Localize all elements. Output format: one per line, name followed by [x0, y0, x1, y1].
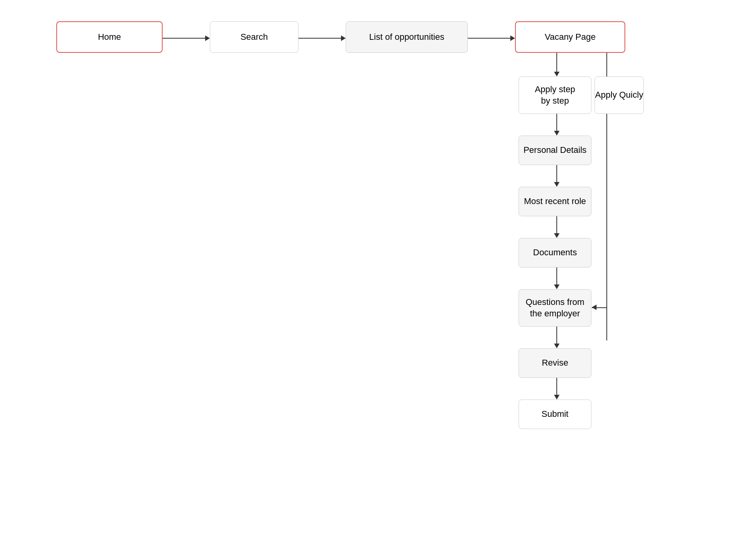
search-node: Search — [210, 21, 298, 53]
apply-step-by-step-node: Apply stepby step — [519, 76, 591, 114]
arrow-apply-step-personal — [554, 114, 560, 136]
arrow-documents-questions — [554, 268, 560, 289]
arrow-vacancy-right-v — [606, 53, 607, 76]
apply-quickly-arrow-head — [592, 305, 597, 310]
arrow-personal-recent — [554, 165, 560, 187]
revise-label: Revise — [542, 357, 568, 369]
most-recent-role-node: Most recent role — [519, 187, 591, 216]
submit-node: Submit — [519, 399, 591, 429]
arrow-vacancy-apply-step — [554, 53, 560, 76]
personal-details-node: Personal Details — [519, 136, 591, 165]
questions-employer-node: Questions fromthe employer — [519, 289, 591, 327]
apply-step-by-step-label: Apply stepby step — [535, 84, 575, 106]
list-of-opportunities-label: List of opportunities — [369, 32, 445, 43]
documents-label: Documents — [533, 247, 577, 258]
apply-quickly-node: Apply Quicly — [595, 76, 644, 114]
questions-employer-label: Questions fromthe employer — [526, 297, 584, 319]
arrow-home-search — [163, 35, 210, 41]
home-node: Home — [56, 21, 163, 53]
search-label: Search — [241, 32, 268, 43]
most-recent-role-label: Most recent role — [524, 196, 586, 207]
personal-details-label: Personal Details — [523, 145, 586, 156]
vacancy-page-node: Vacany Page — [515, 21, 625, 53]
apply-quickly-vertical-line — [606, 114, 607, 340]
arrow-search-list — [298, 35, 346, 41]
arrow-recent-documents — [554, 216, 560, 238]
arrow-list-vacancy — [468, 35, 515, 41]
arrow-questions-revise — [554, 327, 560, 348]
home-label: Home — [98, 32, 121, 43]
diagram-container: Home Search List of opportunities Vacany… — [0, 0, 756, 537]
revise-node: Revise — [519, 348, 591, 378]
documents-node: Documents — [519, 238, 591, 268]
list-of-opportunities-node: List of opportunities — [346, 21, 468, 53]
vacancy-page-label: Vacany Page — [545, 32, 595, 43]
arrow-revise-submit — [554, 378, 560, 399]
submit-label: Submit — [541, 409, 568, 420]
apply-quickly-label: Apply Quicly — [595, 89, 643, 101]
